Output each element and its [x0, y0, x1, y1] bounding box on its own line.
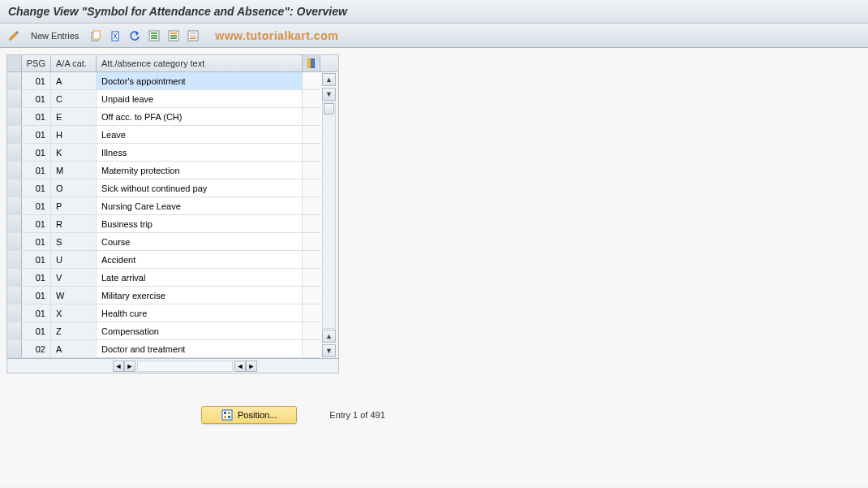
cell-psg[interactable]: 01 [22, 72, 51, 89]
row-selector[interactable] [7, 108, 22, 125]
table-row[interactable]: 01HLeave [7, 126, 320, 144]
table-row[interactable]: 01WMilitary exercise [7, 287, 320, 304]
row-selector[interactable] [7, 215, 22, 232]
cell-aacat[interactable]: A [51, 340, 97, 357]
cell-text[interactable]: Compensation [97, 322, 303, 339]
horizontal-scrollbar[interactable]: ◄ ► ◄ ► [7, 358, 338, 373]
cell-aacat[interactable]: S [51, 233, 97, 250]
row-selector[interactable] [7, 340, 22, 357]
new-entries-button[interactable]: New Entries [26, 31, 84, 41]
cell-text[interactable]: Accident [97, 251, 303, 268]
table-row[interactable]: 01XHealth cure [7, 304, 320, 322]
position-button[interactable]: Position... [201, 406, 297, 424]
hscroll-track[interactable] [137, 361, 233, 372]
column-header-aacat[interactable]: A/A cat. [51, 55, 97, 71]
select-block-icon[interactable] [166, 28, 181, 43]
table-row[interactable]: 01VLate arrival [7, 269, 320, 287]
configure-columns-icon[interactable] [303, 55, 320, 71]
cell-psg[interactable]: 01 [22, 251, 51, 268]
row-selector[interactable] [7, 179, 22, 196]
cell-aacat[interactable]: M [51, 162, 97, 179]
select-all-header[interactable] [7, 55, 22, 71]
cell-aacat[interactable]: U [51, 251, 97, 268]
delete-icon[interactable] [108, 28, 122, 43]
toggle-edit-icon[interactable] [6, 28, 21, 43]
cell-text[interactable]: Doctor and treatment [97, 340, 303, 357]
cell-text[interactable]: Late arrival [97, 269, 303, 286]
select-all-icon[interactable] [147, 28, 161, 43]
cell-text[interactable]: Sick without continued pay [97, 179, 303, 196]
cell-psg[interactable]: 01 [22, 304, 51, 322]
cell-text[interactable]: Leave [97, 126, 303, 143]
table-row[interactable]: 02ADoctor and treatment [7, 340, 320, 358]
copy-icon[interactable] [88, 28, 103, 43]
scroll-up-bottom-icon[interactable]: ▲ [322, 330, 336, 343]
table-row[interactable]: 01OSick without continued pay [7, 179, 320, 197]
cell-text[interactable]: Military exercise [97, 287, 303, 304]
cell-text[interactable]: Off acc. to PFA (CH) [97, 108, 303, 125]
cell-aacat[interactable]: O [51, 179, 97, 196]
row-selector[interactable] [7, 251, 22, 268]
cell-psg[interactable]: 01 [22, 144, 51, 161]
cell-psg[interactable]: 01 [22, 197, 51, 214]
cell-psg[interactable]: 01 [22, 90, 51, 107]
cell-text[interactable]: Health cure [97, 304, 303, 322]
table-row[interactable]: 01KIllness [7, 144, 320, 162]
row-selector[interactable] [7, 162, 22, 179]
cell-aacat[interactable]: P [51, 197, 97, 214]
scroll-down-bottom-icon[interactable]: ▼ [322, 344, 336, 357]
row-selector[interactable] [7, 287, 22, 304]
cell-psg[interactable]: 01 [22, 287, 51, 304]
table-row[interactable]: 01SCourse [7, 233, 320, 251]
table-row[interactable]: 01MMaternity protection [7, 162, 320, 179]
cell-text[interactable]: Nursing Care Leave [97, 197, 303, 214]
cell-text[interactable]: Maternity protection [97, 162, 303, 179]
scroll-right-icon[interactable]: ► [124, 361, 135, 372]
cell-psg[interactable]: 01 [22, 233, 51, 250]
row-selector[interactable] [7, 90, 22, 107]
cell-text[interactable]: Unpaid leave [97, 90, 303, 107]
row-selector[interactable] [7, 197, 22, 214]
scroll-track[interactable] [322, 101, 336, 329]
cell-psg[interactable]: 01 [22, 215, 51, 232]
cell-aacat[interactable]: C [51, 90, 97, 107]
row-selector[interactable] [7, 126, 22, 143]
cell-aacat[interactable]: X [51, 304, 97, 322]
cell-aacat[interactable]: V [51, 269, 97, 286]
row-selector[interactable] [7, 233, 22, 250]
scroll-left-end-icon[interactable]: ◄ [234, 361, 246, 372]
cell-text[interactable]: Course [97, 233, 303, 250]
cell-psg[interactable]: 01 [22, 322, 51, 339]
scroll-right-end-icon[interactable]: ► [246, 361, 257, 372]
cell-text[interactable]: Doctor's appointment [97, 72, 303, 89]
table-row[interactable]: 01ZCompensation [7, 322, 320, 340]
row-selector[interactable] [7, 322, 22, 339]
scroll-down-icon[interactable]: ▼ [322, 88, 336, 101]
column-header-psg[interactable]: PSG [22, 55, 51, 71]
cell-psg[interactable]: 01 [22, 269, 51, 286]
cell-psg[interactable]: 02 [22, 340, 51, 357]
row-selector[interactable] [7, 72, 22, 89]
table-row[interactable]: 01RBusiness trip [7, 215, 320, 233]
scroll-thumb[interactable] [324, 103, 334, 114]
undo-icon[interactable] [127, 28, 142, 43]
row-selector[interactable] [7, 269, 22, 286]
cell-psg[interactable]: 01 [22, 126, 51, 143]
cell-psg[interactable]: 01 [22, 162, 51, 179]
cell-aacat[interactable]: E [51, 108, 97, 125]
cell-aacat[interactable]: A [51, 72, 97, 89]
scroll-up-icon[interactable]: ▲ [322, 73, 336, 86]
cell-aacat[interactable]: H [51, 126, 97, 143]
scroll-left-icon[interactable]: ◄ [113, 361, 124, 372]
table-row[interactable]: 01PNursing Care Leave [7, 197, 320, 215]
row-selector[interactable] [7, 144, 22, 161]
cell-text[interactable]: Illness [97, 144, 303, 161]
cell-aacat[interactable]: W [51, 287, 97, 304]
table-row[interactable]: 01UAccident [7, 251, 320, 269]
cell-text[interactable]: Business trip [97, 215, 303, 232]
cell-aacat[interactable]: K [51, 144, 97, 161]
table-row[interactable]: 01ADoctor's appointment [7, 72, 320, 90]
cell-psg[interactable]: 01 [22, 179, 51, 196]
deselect-all-icon[interactable] [186, 28, 200, 43]
column-header-text[interactable]: Att./absence category text [97, 55, 303, 71]
